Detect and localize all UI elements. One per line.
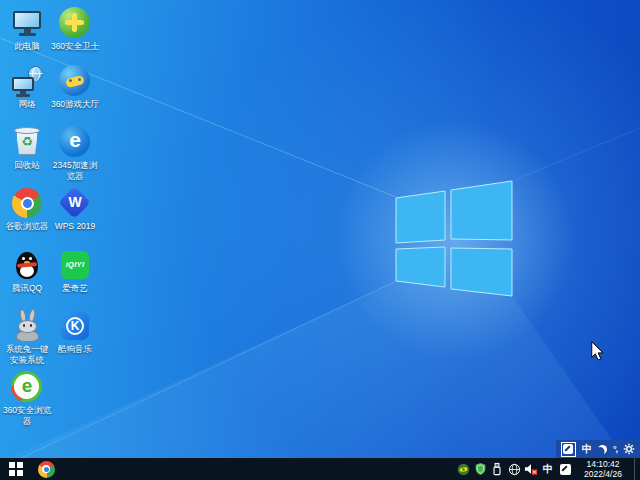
chrome-icon [37,460,56,479]
desktop-icon-360-game-hall[interactable]: 360游戏大厅 [50,64,100,110]
punctuation-mode-icon[interactable]: °, [613,445,617,454]
start-button[interactable] [0,458,32,480]
ime-settings-gear-icon[interactable] [623,443,635,455]
desktop-icon-360-safety-guard[interactable]: 360安全卫士 [50,6,100,52]
desktop-icon-system-rabbit[interactable]: 系统兔一键安装系统 [2,309,52,365]
360-game-hall-icon [58,64,92,98]
desktop-icon-this-pc[interactable]: 此电脑 [2,6,52,52]
windows-start-icon [9,462,23,476]
volume-muted-tray-icon[interactable] [524,461,538,477]
desktop-icon-label: 此电脑 [14,41,40,52]
desktop-icon-label: 回收站 [14,160,40,171]
360-browser-icon: e [10,370,44,404]
iqiyi-icon: iQIYI [58,248,92,282]
kugou-icon: K [58,309,92,343]
taskbar-clock[interactable]: 14:10:42 2022/4/26 [575,459,631,479]
2345-browser-icon: e [58,125,92,159]
chrome-icon [10,186,44,220]
ime-language-bar: 中 °, [556,440,640,458]
clock-date: 2022/4/26 [579,469,627,479]
desktop-icon-label: 系统兔一键安装系统 [2,344,52,365]
network-icon [10,64,44,98]
qq-penguin-icon [10,248,44,282]
this-pc-icon [10,6,44,40]
ime-chinese-mode-icon[interactable]: 中 [582,444,592,454]
clock-time: 14:10:42 [579,459,627,469]
desktop-icon-label: 网络 [19,99,36,110]
usb-device-tray-icon[interactable] [490,461,504,477]
half-width-moon-icon[interactable] [598,445,607,454]
ime-edit-icon[interactable] [561,442,576,457]
desktop-icon-iqiyi[interactable]: iQIYI 爱奇艺 [50,248,100,294]
taskbar-chrome-button[interactable] [32,458,60,480]
system-tray: 中 14:10:42 2022/4/26 [456,458,640,480]
desktop-icon-label: 酷狗音乐 [58,344,92,355]
desktop-icon-label: 360安全卫士 [51,41,99,52]
desktop-icon-label: 2345加速浏览器 [50,160,100,181]
desktop: 此电脑 网络 ♻ 回收站 谷歌浏览器 腾讯QQ 系统兔一键安装系统 e 360安… [0,0,640,480]
desktop-icon-label: 谷歌浏览器 [6,221,49,232]
desktop-icon-label: 360安全浏览器 [2,405,52,426]
360-safety-guard-icon [58,6,92,40]
desktop-icon-recycle-bin[interactable]: ♻ 回收站 [2,125,52,171]
ime-chinese-tray-icon[interactable]: 中 [541,461,555,477]
security-shield-tray-icon[interactable] [473,461,487,477]
desktop-icon-wps[interactable]: W WPS 2019 [50,186,100,232]
desktop-icon-qq[interactable]: 腾讯QQ [2,248,52,294]
desktop-icon-2345-browser[interactable]: e 2345加速浏览器 [50,125,100,181]
network-globe-tray-icon[interactable] [507,461,521,477]
taskbar: 中 14:10:42 2022/4/26 [0,458,640,480]
show-desktop-button[interactable] [634,458,638,480]
wps-icon: W [58,186,92,220]
rabbit-icon [10,309,44,343]
desktop-icon-label: 爱奇艺 [62,283,88,294]
360-tray-icon[interactable] [456,461,470,477]
recycle-bin-icon: ♻ [10,125,44,159]
desktop-icon-chrome[interactable]: 谷歌浏览器 [2,186,52,232]
desktop-icon-kugou[interactable]: K 酷狗音乐 [50,309,100,355]
ime-edit-tray-icon[interactable] [558,461,572,477]
desktop-icon-360-browser[interactable]: e 360安全浏览器 [2,370,52,426]
desktop-icon-label: 腾讯QQ [12,283,42,294]
windows-logo [396,181,512,296]
mouse-cursor [591,341,605,361]
desktop-icon-network[interactable]: 网络 [2,64,52,110]
desktop-icon-label: WPS 2019 [55,221,96,232]
desktop-icon-label: 360游戏大厅 [51,99,99,110]
